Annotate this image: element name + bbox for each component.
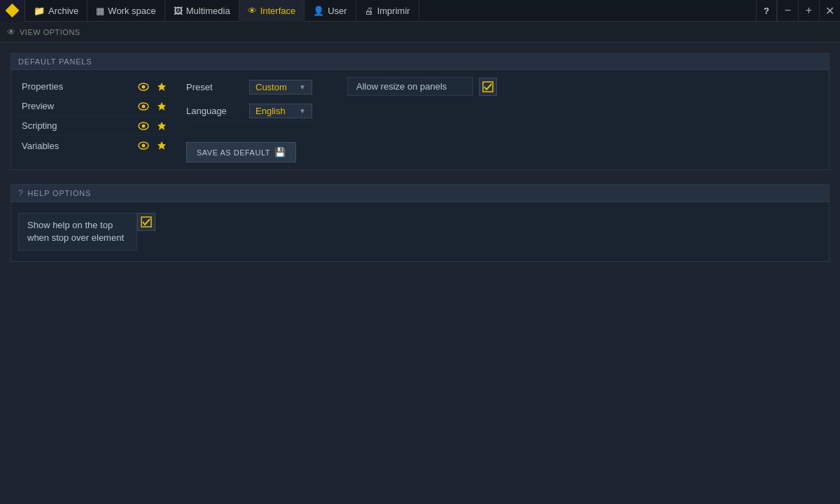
preset-row: Preset Custom ▼ xyxy=(186,77,312,98)
language-dropdown[interactable]: English ▼ xyxy=(249,104,312,118)
main-content: DEFAULT PANELS Properties xyxy=(0,43,840,272)
user-icon: 👤 xyxy=(313,6,324,16)
panel-row-properties: Properties xyxy=(18,77,172,97)
save-default-container: SAVE AS DEFAULT 💾 xyxy=(186,135,312,162)
panel-preview-eye-btn[interactable] xyxy=(136,99,151,114)
svg-point-3 xyxy=(142,104,146,108)
panel-scripting-eye-btn[interactable] xyxy=(136,118,151,134)
panel-row-preview: Preview xyxy=(18,97,172,116)
panel-properties-icons xyxy=(133,79,172,94)
default-panels-body: Properties xyxy=(10,69,830,170)
close-button[interactable]: ✕ xyxy=(819,0,840,22)
allow-resize-label: Allow resize on panels xyxy=(347,77,473,96)
menu-multimedia[interactable]: 🖼 Multimedia xyxy=(165,0,239,22)
checkmark-icon xyxy=(482,81,493,92)
panel-row-scripting: Scripting xyxy=(18,116,172,136)
help-options-section: ? HELP OPTIONS Show help on the top when… xyxy=(10,184,830,262)
default-panels-section: DEFAULT PANELS Properties xyxy=(10,53,830,170)
show-help-row: Show help on the top when stop over elem… xyxy=(18,213,155,251)
panel-preview-pin-btn[interactable] xyxy=(154,99,169,114)
language-dropdown-arrow: ▼ xyxy=(299,107,306,115)
svg-point-1 xyxy=(142,85,146,88)
pin-icon xyxy=(157,141,167,150)
preset-dropdown-arrow: ▼ xyxy=(299,83,306,91)
eye-icon xyxy=(138,102,149,111)
preset-dropdown[interactable]: Custom ▼ xyxy=(249,80,312,94)
panel-preview-icons xyxy=(133,99,172,114)
help-options-body: Show help on the top when stop over elem… xyxy=(10,202,830,262)
app-logo xyxy=(0,0,25,22)
help-button[interactable]: ? xyxy=(756,0,777,22)
default-panels-header: DEFAULT PANELS xyxy=(10,53,830,69)
right-options-panel: Allow resize on panels xyxy=(347,77,497,162)
show-help-label: Show help on the top when stop over elem… xyxy=(18,213,137,251)
help-options-header: ? HELP OPTIONS xyxy=(10,184,830,202)
menu-archive[interactable]: 📁 Archive xyxy=(25,0,88,22)
window-controls: ? − + ✕ xyxy=(756,0,840,22)
menu-user[interactable]: 👤 User xyxy=(304,0,356,22)
maximize-button[interactable]: + xyxy=(798,0,819,22)
pin-icon xyxy=(157,102,167,111)
menu-imprimir[interactable]: 🖨 Imprimir xyxy=(356,0,419,22)
allow-resize-row: Allow resize on panels xyxy=(347,77,497,96)
menu-workspace[interactable]: ▦ Work space xyxy=(88,0,164,22)
svg-point-7 xyxy=(142,144,146,148)
view-options-label: VIEW OPTIONS xyxy=(20,28,80,36)
minimize-button[interactable]: − xyxy=(777,0,798,22)
workspace-icon: ▦ xyxy=(96,6,104,16)
allow-resize-checkbox[interactable] xyxy=(479,78,497,96)
top-menu-bar: 📁 Archive ▦ Work space 🖼 Multimedia 👁 In… xyxy=(0,0,840,22)
pin-icon xyxy=(157,121,167,131)
panel-scripting-icons xyxy=(133,118,172,134)
multimedia-icon: 🖼 xyxy=(174,6,183,16)
menu-interface[interactable]: 👁 Interface xyxy=(239,0,305,22)
panel-row-variables: Variables xyxy=(18,136,172,155)
save-as-default-button[interactable]: SAVE AS DEFAULT 💾 xyxy=(186,142,296,162)
preset-language-panel: Preset Custom ▼ Language English ▼ SA xyxy=(186,77,312,162)
panel-variables-eye-btn[interactable] xyxy=(136,138,151,153)
save-icon: 💾 xyxy=(274,147,286,158)
checkmark-icon xyxy=(141,216,152,227)
view-options-icon: 👁 xyxy=(7,27,15,37)
pin-icon xyxy=(157,82,167,92)
eye-icon xyxy=(138,83,149,91)
eye-icon xyxy=(138,141,149,150)
archive-icon: 📁 xyxy=(34,6,45,16)
panel-properties-pin-btn[interactable] xyxy=(154,79,169,94)
printer-icon: 🖨 xyxy=(365,6,374,16)
panel-variables-icons xyxy=(133,138,172,153)
panel-scripting-pin-btn[interactable] xyxy=(154,118,169,134)
panels-table: Properties xyxy=(18,77,172,162)
eye-icon xyxy=(138,122,149,130)
show-help-checkbox[interactable] xyxy=(137,213,155,231)
svg-point-5 xyxy=(142,124,146,127)
interface-icon: 👁 xyxy=(248,6,257,16)
panel-properties-eye-btn[interactable] xyxy=(136,79,151,94)
panel-variables-pin-btn[interactable] xyxy=(154,138,169,153)
language-row: Language English ▼ xyxy=(186,101,312,122)
view-options-bar: 👁 VIEW OPTIONS xyxy=(0,22,840,43)
help-options-icon: ? xyxy=(18,188,23,198)
